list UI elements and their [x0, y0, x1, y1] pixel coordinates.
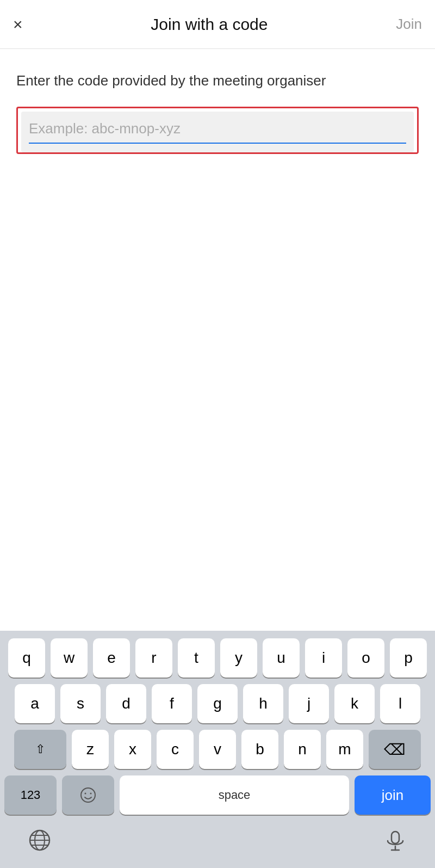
key-r[interactable]: r — [135, 638, 172, 678]
key-i[interactable]: i — [305, 638, 342, 678]
code-input-wrapper — [16, 107, 419, 154]
svg-point-1 — [85, 793, 86, 795]
code-input-container — [21, 112, 414, 152]
keyboard-row-3: ⇧ z x c v b n m ⌫ — [4, 730, 431, 769]
key-a[interactable]: a — [15, 684, 55, 723]
key-e[interactable]: e — [93, 638, 130, 678]
key-y[interactable]: y — [220, 638, 257, 678]
globe-icon[interactable] — [26, 827, 53, 854]
key-w[interactable]: w — [51, 638, 88, 678]
key-t[interactable]: t — [178, 638, 215, 678]
join-key[interactable]: join — [355, 775, 431, 815]
microphone-icon[interactable] — [382, 827, 409, 854]
emoji-icon — [79, 786, 97, 804]
input-underline — [29, 143, 406, 144]
backspace-key[interactable]: ⌫ — [369, 730, 421, 769]
close-button[interactable]: × — [13, 16, 23, 33]
description-text: Enter the code provided by the meeting o… — [16, 71, 419, 90]
code-input[interactable] — [29, 120, 406, 137]
key-v[interactable]: v — [199, 730, 236, 769]
key-q[interactable]: q — [8, 638, 45, 678]
keyboard-row-1: q w e r t y u i o p — [4, 638, 431, 678]
key-h[interactable]: h — [243, 684, 283, 723]
key-s[interactable]: s — [60, 684, 101, 723]
key-x[interactable]: x — [114, 730, 151, 769]
key-m[interactable]: m — [326, 730, 363, 769]
key-n[interactable]: n — [284, 730, 321, 769]
key-b[interactable]: b — [241, 730, 278, 769]
svg-point-2 — [90, 793, 92, 795]
on-screen-keyboard: q w e r t y u i o p a s d f g h j k l ⇧ … — [0, 631, 435, 868]
main-content: Enter the code provided by the meeting o… — [0, 49, 435, 154]
keyboard-row-4: 123 space join — [4, 775, 431, 815]
header-join-button[interactable]: Join — [396, 16, 422, 33]
shift-key[interactable]: ⇧ — [14, 730, 66, 769]
header: × Join with a code Join — [0, 0, 435, 49]
key-c[interactable]: c — [157, 730, 194, 769]
key-p[interactable]: p — [390, 638, 427, 678]
key-d[interactable]: d — [106, 684, 146, 723]
page-title: Join with a code — [151, 15, 268, 34]
key-f[interactable]: f — [152, 684, 192, 723]
svg-point-0 — [81, 788, 95, 802]
svg-rect-8 — [391, 832, 399, 844]
keyboard-bottom-bar — [4, 821, 431, 863]
key-u[interactable]: u — [263, 638, 300, 678]
emoji-key[interactable] — [62, 775, 114, 815]
key-z[interactable]: z — [72, 730, 109, 769]
space-key[interactable]: space — [120, 775, 349, 815]
key-l[interactable]: l — [380, 684, 420, 723]
key-g[interactable]: g — [197, 684, 238, 723]
keyboard-row-2: a s d f g h j k l — [4, 684, 431, 723]
key-k[interactable]: k — [334, 684, 375, 723]
key-j[interactable]: j — [289, 684, 329, 723]
numbers-key[interactable]: 123 — [4, 775, 57, 815]
key-o[interactable]: o — [347, 638, 384, 678]
